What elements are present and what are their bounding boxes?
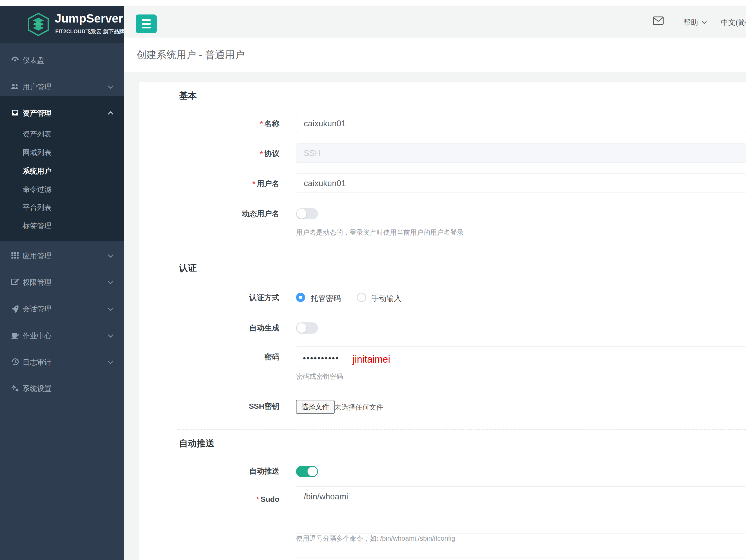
chevron-down-icon: [109, 84, 113, 89]
chevron-down-icon: [109, 253, 113, 258]
username-input[interactable]: caixukun01: [296, 174, 746, 193]
topbar: 帮助 中文(简体: [124, 6, 746, 38]
no-file-chosen-text: 未选择任何文件: [334, 403, 383, 412]
choose-file-button[interactable]: 选择文件: [296, 400, 335, 414]
sidebar-item-label-management[interactable]: 标签管理: [0, 217, 124, 233]
gauge-icon: [10, 55, 20, 65]
sidebar-item-session-management[interactable]: 会话管理: [0, 300, 124, 317]
password-masked-value: ••••••••••: [303, 354, 339, 363]
grid-icon: [10, 250, 20, 260]
name-input[interactable]: caixukun01: [296, 114, 746, 133]
section-heading-auth: 认证: [179, 262, 197, 274]
sidebar-item-command-filters[interactable]: 命令过滤: [0, 181, 124, 197]
password-label: 密码: [139, 352, 279, 362]
section-heading-auto-push: 自动推送: [179, 437, 214, 449]
brand-subtitle: FIT2CLOUD飞致云 旗下品牌: [55, 28, 124, 35]
protocol-input: SSH: [296, 144, 746, 163]
auto-push-label: 自动推送: [139, 466, 279, 476]
radio-manual-input[interactable]: [357, 293, 366, 302]
pen-square-icon: [10, 277, 20, 287]
protocol-label: *协议: [139, 149, 279, 159]
logo-block[interactable]: JumpServer FIT2CLOUD飞致云 旗下品牌: [0, 6, 124, 43]
jumpserver-logo-icon: [27, 12, 50, 36]
sidebar: JumpServer FIT2CLOUD飞致云 旗下品牌 仪表盘 用户管理 资产…: [0, 6, 124, 560]
ssh-key-label: SSH密钥: [139, 401, 279, 411]
password-annotation: jinitaimei: [353, 354, 390, 365]
auto-generate-label: 自动生成: [139, 323, 279, 333]
dynamic-username-toggle[interactable]: [296, 208, 318, 219]
inbox-icon: [10, 108, 20, 117]
radio-managed-password-label[interactable]: 托管密码: [311, 293, 341, 304]
page-title: 创建系统用户 - 普通用户: [137, 48, 245, 62]
required-asterisk: *: [260, 120, 263, 128]
auto-generate-toggle[interactable]: [296, 322, 318, 334]
form-panel: 基本 *名称 caixukun01 *协议 SSH *用户名 caixukun0…: [139, 82, 746, 560]
chevron-down-icon: [109, 280, 113, 284]
sidebar-item-asset-management[interactable]: 资产管理: [0, 104, 124, 121]
required-asterisk: *: [260, 150, 263, 158]
help-menu[interactable]: 帮助: [684, 18, 698, 27]
section-divider: [177, 255, 746, 255]
sudo-label: *Sudo: [139, 495, 279, 504]
auth-method-label: 认证方式: [139, 293, 279, 303]
radio-managed-password[interactable]: [296, 293, 305, 302]
dynamic-username-help: 用户名是动态的，登录资产时使用当前用户的用户名登录: [296, 228, 464, 237]
section-heading-basic: 基本: [179, 90, 197, 102]
required-asterisk: *: [253, 180, 255, 188]
content-area: 基本 *名称 caixukun01 *协议 SSH *用户名 caixukun0…: [124, 72, 746, 560]
sidebar-item-app-management[interactable]: 应用管理: [0, 247, 124, 264]
sidebar-item-system-users[interactable]: 系统用户: [0, 163, 124, 179]
auto-push-toggle[interactable]: [296, 466, 318, 477]
sidebar-item-domain-list[interactable]: 网域列表: [0, 144, 124, 160]
sidebar-item-system-settings[interactable]: 系统设置: [0, 380, 124, 397]
sudo-textarea[interactable]: /bin/whoami: [296, 486, 746, 533]
brand-name: JumpServer: [55, 12, 123, 25]
name-label: *名称: [139, 119, 279, 129]
coffee-icon: [10, 330, 20, 340]
language-selector[interactable]: 中文(简体: [721, 18, 746, 27]
history-icon: [10, 357, 20, 366]
sidebar-item-user-management[interactable]: 用户管理: [0, 78, 124, 95]
gears-icon: [10, 383, 20, 393]
radio-manual-input-label[interactable]: 手动输入: [371, 293, 401, 304]
sidebar-item-dashboard[interactable]: 仪表盘: [0, 51, 124, 68]
chevron-down-icon: [109, 306, 113, 311]
title-band: 创建系统用户 - 普通用户: [124, 37, 746, 72]
required-asterisk: *: [256, 495, 259, 503]
section-divider: [177, 430, 746, 430]
rocket-icon: [10, 304, 20, 313]
sudo-help: 使用逗号分隔多个命令，如: /bin/whoami,/sbin/ifconfig: [296, 534, 455, 543]
users-icon: [10, 82, 20, 91]
password-help: 密码或密钥密码: [296, 372, 343, 381]
username-label: *用户名: [139, 179, 279, 189]
chevron-down-icon: [109, 333, 113, 337]
chevron-down-icon: [109, 360, 113, 364]
browser-top-strip: [0, 0, 746, 6]
sidebar-item-platform-list[interactable]: 平台列表: [0, 199, 124, 215]
dynamic-username-label: 动态用户名: [139, 209, 279, 219]
sidebar-item-log-audit[interactable]: 日志审计: [0, 353, 124, 371]
sidebar-item-permission-management[interactable]: 权限管理: [0, 273, 124, 291]
sidebar-item-job-center[interactable]: 作业中心: [0, 327, 124, 344]
sidebar-item-asset-list[interactable]: 资产列表: [0, 125, 124, 142]
hamburger-icon[interactable]: [136, 14, 157, 33]
jumpserver-app: JumpServer FIT2CLOUD飞致云 旗下品牌 仪表盘 用户管理 资产…: [0, 0, 746, 560]
chevron-up-icon: [109, 112, 113, 116]
envelope-icon[interactable]: [653, 16, 664, 25]
next-field-input[interactable]: [296, 558, 746, 560]
chevron-down-icon: [702, 20, 706, 24]
